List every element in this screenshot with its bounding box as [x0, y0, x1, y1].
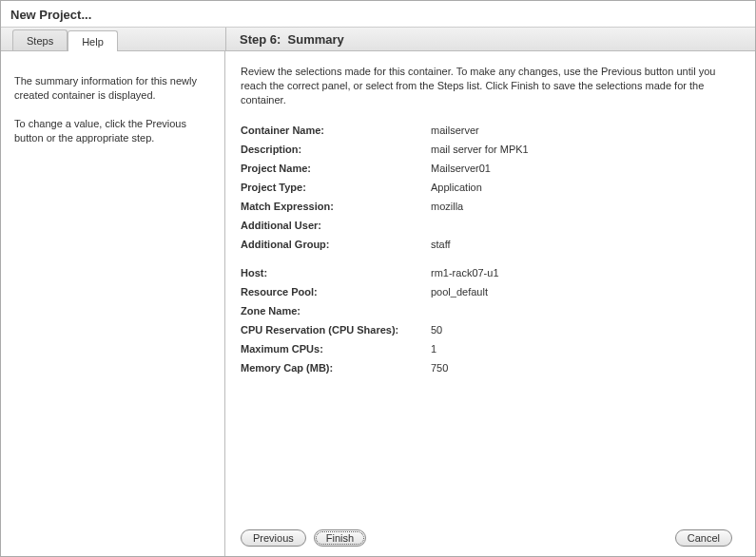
field-additional-user: Additional User:	[241, 220, 740, 231]
tab-help-label: Help	[82, 36, 104, 48]
label-container-name: Container Name:	[241, 125, 431, 136]
label-project-type: Project Type:	[241, 182, 431, 193]
intro-text: Review the selections made for this cont…	[241, 65, 740, 107]
main-panel: Review the selections made for this cont…	[225, 51, 755, 556]
field-maximum-cpus: Maximum CPUs: 1	[241, 343, 740, 355]
step-title: Step 6: Summary	[225, 28, 755, 50]
tab-steps[interactable]: Steps	[12, 29, 68, 50]
value-maximum-cpus: 1	[431, 343, 740, 355]
label-additional-group: Additional Group:	[241, 239, 431, 250]
wizard-window: New Project... Steps Help Step 6: Summar…	[0, 0, 756, 557]
label-host: Host:	[241, 267, 431, 278]
value-container-name: mailserver	[431, 125, 740, 136]
previous-button[interactable]: Previous	[241, 529, 306, 547]
value-host: rm1-rack07-u1	[431, 267, 740, 278]
field-host: Host: rm1-rack07-u1	[241, 267, 740, 278]
help-paragraph-1: The summary information for this newly c…	[14, 74, 211, 104]
tabs: Steps Help	[1, 28, 225, 50]
value-resource-pool: pool_default	[431, 286, 740, 298]
button-bar: Previous Finish Cancel	[241, 524, 740, 547]
tab-help[interactable]: Help	[68, 30, 118, 51]
field-resource-pool: Resource Pool: pool_default	[241, 286, 740, 298]
value-cpu-reservation: 50	[431, 324, 740, 336]
field-description: Description: mail server for MPK1	[241, 144, 740, 155]
label-description: Description:	[241, 144, 431, 155]
field-container-name: Container Name: mailserver	[241, 125, 740, 136]
help-panel: The summary information for this newly c…	[1, 51, 225, 556]
field-additional-group: Additional Group: staff	[241, 239, 740, 250]
label-maximum-cpus: Maximum CPUs:	[241, 343, 431, 355]
value-match-expression: mozilla	[431, 201, 740, 212]
label-zone-name: Zone Name:	[241, 305, 431, 317]
label-resource-pool: Resource Pool:	[241, 286, 431, 298]
value-additional-group: staff	[431, 239, 740, 250]
value-project-name: Mailserver01	[431, 163, 740, 174]
label-match-expression: Match Expression:	[241, 201, 431, 212]
field-project-type: Project Type: Application	[241, 182, 740, 193]
value-project-type: Application	[431, 182, 740, 193]
header-strip: Steps Help Step 6: Summary	[1, 27, 755, 51]
field-memory-cap: Memory Cap (MB): 750	[241, 362, 740, 374]
value-additional-user	[431, 220, 740, 231]
field-zone-name: Zone Name:	[241, 305, 740, 317]
label-cpu-reservation: CPU Reservation (CPU Shares):	[241, 324, 431, 336]
finish-button[interactable]: Finish	[314, 529, 366, 547]
field-cpu-reservation: CPU Reservation (CPU Shares): 50	[241, 324, 740, 336]
help-paragraph-2: To change a value, click the Previous bu…	[14, 117, 211, 146]
tab-steps-label: Steps	[27, 35, 53, 47]
value-memory-cap: 750	[431, 362, 740, 374]
label-memory-cap: Memory Cap (MB):	[241, 362, 431, 374]
summary-fields: Container Name: mailserver Description: …	[241, 125, 740, 524]
label-project-name: Project Name:	[241, 163, 431, 174]
body: The summary information for this newly c…	[1, 51, 755, 556]
field-project-name: Project Name: Mailserver01	[241, 163, 740, 174]
value-zone-name	[431, 305, 740, 317]
value-description: mail server for MPK1	[431, 144, 740, 155]
field-match-expression: Match Expression: mozilla	[241, 201, 740, 212]
window-title: New Project...	[1, 1, 755, 27]
cancel-button[interactable]: Cancel	[675, 529, 732, 547]
label-additional-user: Additional User:	[241, 220, 431, 231]
